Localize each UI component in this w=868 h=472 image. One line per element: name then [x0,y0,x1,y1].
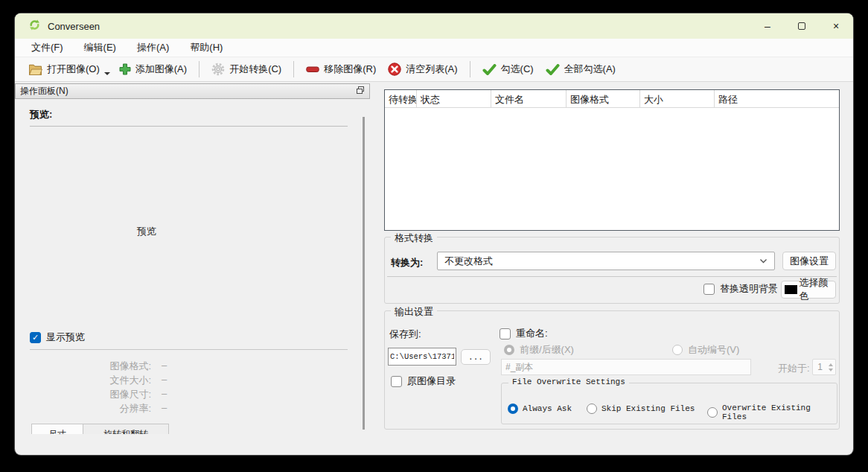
source-directory-checkbox[interactable]: 原图像目录 [391,374,456,388]
checkbox-unchecked-icon[interactable] [500,328,511,339]
col-header-to-convert[interactable]: 待转换 [385,90,417,107]
info-row-filesize: 文件大小: – [30,374,167,387]
maximize-button[interactable] [785,13,819,39]
menu-help[interactable]: 帮助(H) [182,39,230,57]
radio-selected-icon[interactable] [508,404,518,414]
info-row-format: 图像格式: – [30,360,167,373]
check-all-label: 全部勾选(A) [564,63,616,76]
radio-unselected-icon[interactable] [707,407,718,418]
start-conversion-button[interactable]: 开始转换(C) [205,59,287,80]
format-conversion-group: 格式转换 转换为: 不更改格式 图像设置 替换透明背景 选择颜色 [384,237,840,304]
prefix-suffix-label: 前缀/后缀(X) [520,343,574,357]
maximize-icon [798,22,805,30]
app-window: Converseen – × 文件(F) 编辑(E) 操作(A) 帮助(H) 打… [15,13,853,455]
app-icon [28,19,41,34]
info-row-resolution: 分辨率: – [30,402,167,415]
open-dropdown-caret-icon[interactable] [104,72,110,75]
file-list-table[interactable]: 待转换 状态 文件名 图像格式 大小 路径 [384,89,840,231]
start-at-spinner[interactable]: 1 [812,359,836,375]
browse-button[interactable]: ... [461,349,491,365]
info-value: – [162,360,167,373]
prefix-suffix-radio[interactable]: 前缀/后缀(X) [504,343,574,357]
combo-chevron-icon [759,258,768,264]
color-swatch [785,285,797,294]
rename-pattern-input[interactable] [501,359,751,375]
divider [30,349,348,350]
titlebar[interactable]: Converseen – × [15,13,853,39]
check-all-button[interactable]: 全部勾选(A) [540,59,622,80]
float-panel-icon[interactable] [356,86,365,97]
close-button[interactable]: × [819,13,853,39]
info-label: 图像格式: [30,360,151,373]
toolbar-separator [293,61,294,77]
radio-unselected-disabled-icon[interactable] [672,345,683,355]
actions-panel-header[interactable]: 操作面板(N) [15,83,370,99]
choose-color-label: 选择颜色 [799,276,832,303]
auto-number-radio[interactable]: 自动编号(V) [672,343,739,357]
col-header-path[interactable]: 路径 [715,90,839,107]
col-header-status[interactable]: 状态 [417,90,491,107]
info-value: – [162,402,167,415]
image-settings-button[interactable]: 图像设置 [782,252,836,270]
show-preview-checkbox[interactable]: 显示预览 [30,331,85,344]
preview-label: 预览: [30,108,52,121]
check-all-icon [546,64,560,75]
col-header-size[interactable]: 大小 [640,90,715,107]
choose-color-button[interactable]: 选择颜色 [781,281,836,299]
menu-edit[interactable]: 编辑(E) [77,39,124,57]
rename-label: 重命名: [516,327,548,340]
start-at-value: 1 [813,362,827,372]
skip-existing-label: Skip Existing Files [601,404,695,413]
radio-selected-disabled-icon[interactable] [504,345,514,355]
checkbox-checked-icon[interactable] [30,332,41,343]
checkbox-unchecked-icon[interactable] [703,284,715,295]
clear-list-button[interactable]: 清空列表(A) [382,59,463,80]
minimize-button[interactable]: – [750,13,785,39]
always-ask-radio[interactable]: Always Ask [508,404,572,414]
output-group-title: 输出设置 [391,305,437,319]
open-images-button[interactable]: 打开图像(O) [22,59,106,80]
menu-file[interactable]: 文件(F) [24,39,71,57]
actions-panel: 预览: 预览 显示预览 图像格式: – 文件大小: – 图像尺寸: – 分辨率:… [15,99,370,434]
check-icon [482,64,497,75]
replace-background-label: 替换透明背景 [720,282,778,296]
menu-actions[interactable]: 操作(A) [130,39,176,57]
menubar: 文件(F) 编辑(E) 操作(A) 帮助(H) [15,39,853,57]
remove-images-button[interactable]: 移除图像(R) [300,59,382,80]
check-label: 勾选(C) [501,63,534,76]
file-overwrite-group: File Overwrite Settings Always Ask Skip … [501,383,837,424]
info-label: 图像尺寸: [30,388,151,401]
format-combobox[interactable]: 不更改格式 [437,252,775,270]
radio-unselected-icon[interactable] [587,404,597,414]
rename-checkbox[interactable]: 重命名: [500,327,548,340]
checkbox-unchecked-icon[interactable] [391,376,402,387]
overwrite-existing-radio[interactable]: Overwrite Existing Files [707,404,837,421]
format-combobox-value: 不更改格式 [444,255,493,268]
always-ask-label: Always Ask [523,404,572,413]
clear-list-icon [388,63,401,76]
file-overwrite-title: File Overwrite Settings [508,377,629,386]
save-to-label: 保存到: [389,328,421,341]
open-image-icon [28,63,42,75]
spinner-up-icon[interactable] [829,363,833,366]
replace-background-checkbox[interactable]: 替换透明背景 [703,282,778,296]
divider [387,276,837,277]
save-path-input[interactable] [388,348,456,366]
toolbar-separator [470,61,470,77]
col-header-filename[interactable]: 文件名 [491,90,567,107]
auto-number-label: 自动编号(V) [688,343,739,357]
overwrite-existing-label: Overwrite Existing Files [722,404,837,421]
remove-image-icon [306,66,319,73]
skip-existing-radio[interactable]: Skip Existing Files [587,404,695,414]
start-at-label: 开始于: [778,362,810,375]
add-images-button[interactable]: 添加图像(A) [113,59,193,80]
remove-images-label: 移除图像(R) [324,63,376,76]
col-header-format[interactable]: 图像格式 [567,90,640,107]
panel-scrollbar[interactable] [363,117,365,430]
toolbar-separator [199,61,200,77]
tab-rotate-flip[interactable]: 旋转和翻转 [83,424,169,434]
tab-dimensions[interactable]: 尺寸 [31,424,83,434]
check-button[interactable]: 勾选(C) [476,59,540,80]
spinner-down-icon[interactable] [829,369,833,371]
info-row-dimensions: 图像尺寸: – [30,388,167,401]
